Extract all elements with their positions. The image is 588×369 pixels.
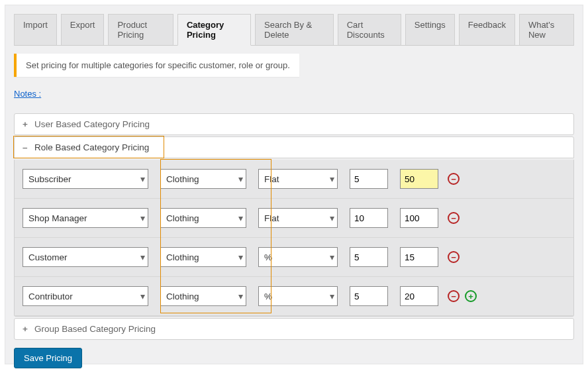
type-select[interactable]: Flat ▾ — [258, 208, 338, 228]
tab-settings[interactable]: Settings — [405, 14, 455, 46]
accordion-title: Role Based Category Pricing — [34, 142, 149, 152]
rule-row: Subscriber ▾ Clothing ▾ Flat ▾ − — [15, 160, 573, 199]
save-pricing-button[interactable]: Save Pricing — [14, 348, 82, 368]
tab-category-pricing[interactable]: Category Pricing — [177, 14, 251, 46]
accordion-group-based: + Group Based Category Pricing — [14, 318, 574, 340]
tab-product-pricing[interactable]: Product Pricing — [108, 14, 173, 46]
value2-input[interactable] — [400, 286, 438, 306]
value2-input[interactable] — [400, 169, 438, 189]
type-select[interactable]: % ▾ — [258, 247, 338, 267]
chevron-down-icon: ▾ — [140, 252, 145, 262]
notes-link[interactable]: Notes : — [14, 89, 41, 99]
chevron-down-icon: ▾ — [238, 213, 243, 223]
tab-import[interactable]: Import — [14, 14, 57, 46]
chevron-down-icon: ▾ — [140, 213, 145, 223]
role-select[interactable]: Customer ▾ — [23, 247, 148, 267]
remove-row-icon[interactable]: − — [448, 251, 460, 263]
value1-input[interactable] — [350, 247, 388, 267]
accordion-user-based: + User Based Category Pricing — [14, 113, 574, 135]
category-select[interactable]: Clothing ▾ — [160, 286, 246, 306]
rule-row: Shop Manager ▾ Clothing ▾ Flat ▾ − — [15, 199, 573, 238]
add-row-icon[interactable]: + — [465, 290, 477, 302]
value1-input[interactable] — [350, 208, 388, 228]
remove-row-icon[interactable]: − — [448, 290, 460, 302]
chevron-down-icon: ▾ — [238, 252, 243, 262]
remove-row-icon[interactable]: − — [448, 173, 460, 185]
chevron-down-icon: ▾ — [140, 174, 145, 184]
remove-row-icon[interactable]: − — [448, 212, 460, 224]
type-select[interactable]: Flat ▾ — [258, 169, 338, 189]
plus-icon: + — [23, 119, 32, 129]
accordion-title: Group Based Category Pricing — [34, 324, 156, 334]
rule-row: Customer ▾ Clothing ▾ % ▾ − — [15, 238, 573, 277]
category-select[interactable]: Clothing ▾ — [160, 208, 246, 228]
accordion-header-role[interactable]: – Role Based Category Pricing — [15, 137, 573, 158]
tab-feedback[interactable]: Feedback — [459, 14, 515, 46]
rule-row: Contributor ▾ Clothing ▾ % ▾ − — [15, 277, 573, 316]
chevron-down-icon: ▾ — [330, 291, 334, 301]
value2-input[interactable] — [400, 247, 438, 267]
chevron-down-icon: ▾ — [238, 291, 243, 301]
plus-icon: + — [23, 324, 32, 334]
role-rules-body: Subscriber ▾ Clothing ▾ Flat ▾ − — [14, 160, 574, 317]
value1-input[interactable] — [350, 286, 388, 306]
type-select[interactable]: % ▾ — [258, 286, 338, 306]
category-select[interactable]: Clothing ▾ — [160, 247, 246, 267]
tab-export[interactable]: Export — [61, 14, 105, 46]
accordion-role-based: – Role Based Category Pricing — [14, 136, 574, 158]
tab-search-delete[interactable]: Search By & Delete — [255, 14, 334, 46]
chevron-down-icon: ▾ — [330, 174, 334, 184]
role-select[interactable]: Subscriber ▾ — [23, 169, 148, 189]
info-notice: Set pricing for multiple categories for … — [14, 54, 299, 77]
minus-icon: – — [23, 142, 32, 152]
tab-bar: Import Export Product Pricing Category P… — [14, 13, 574, 46]
accordion-title: User Based Category Pricing — [34, 119, 150, 129]
value2-input[interactable] — [400, 208, 438, 228]
chevron-down-icon: ▾ — [238, 174, 243, 184]
value1-input[interactable] — [350, 169, 388, 189]
chevron-down-icon: ▾ — [330, 213, 334, 223]
tab-cart-discounts[interactable]: Cart Discounts — [338, 14, 401, 46]
role-select[interactable]: Shop Manager ▾ — [23, 208, 148, 228]
chevron-down-icon: ▾ — [330, 252, 334, 262]
tab-whats-new[interactable]: What's New — [519, 14, 574, 46]
chevron-down-icon: ▾ — [140, 291, 145, 301]
role-select[interactable]: Contributor ▾ — [23, 286, 148, 306]
accordion-header-user[interactable]: + User Based Category Pricing — [15, 114, 573, 134]
accordion-header-group[interactable]: + Group Based Category Pricing — [15, 319, 573, 339]
category-select[interactable]: Clothing ▾ — [160, 169, 246, 189]
